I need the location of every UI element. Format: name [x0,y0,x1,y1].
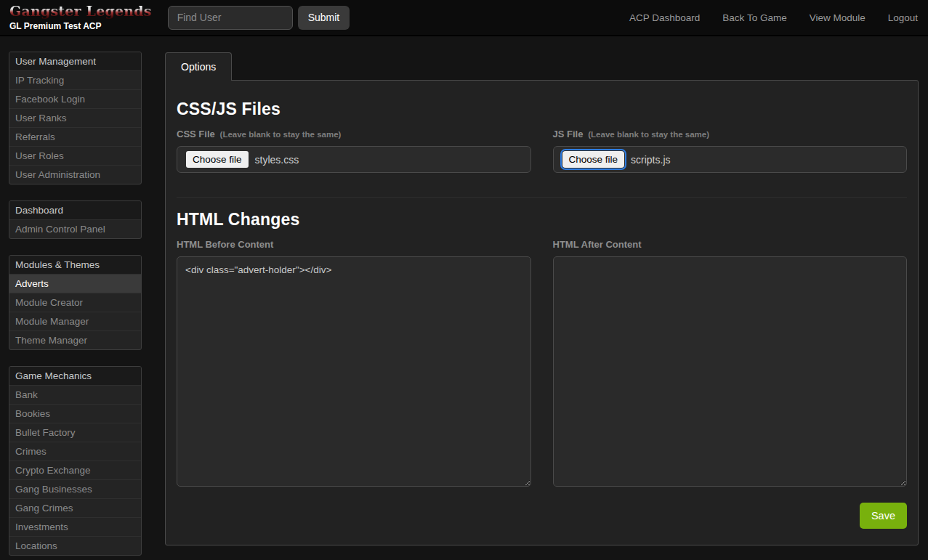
sidebar-item-bullet-factory[interactable]: Bullet Factory [9,423,141,442]
page-layout: User Management IP Tracking Facebook Log… [0,36,928,556]
sidebar-header-dashboard: Dashboard [9,201,141,220]
sidebar-group-modules-themes: Modules & Themes Adverts Module Creator … [9,255,142,350]
nav-logout[interactable]: Logout [888,12,918,23]
css-file-label: CSS File (Leave blank to stay the same) [177,129,531,139]
sidebar-item-admin-control-panel[interactable]: Admin Control Panel [9,220,141,238]
submit-button[interactable]: Submit [298,6,350,30]
section-divider [177,197,907,198]
top-bar: Gangster Legends GL Premium Test ACP Sub… [0,0,928,36]
sidebar-item-bookies[interactable]: Bookies [9,405,141,423]
sidebar-item-user-administration[interactable]: User Administration [9,166,141,184]
file-fields-row: CSS File (Leave blank to stay the same) … [177,129,907,173]
sidebar-header-game-mechanics: Game Mechanics [9,367,141,386]
html-before-textarea[interactable]: <div class="advert-holder"></div> [177,256,531,487]
save-row: Save [177,503,907,529]
css-file-input[interactable]: Choose file styles.css [177,146,531,173]
sidebar-item-ip-tracking[interactable]: IP Tracking [9,71,141,90]
css-filename: styles.css [255,154,299,166]
sidebar-group-user-management: User Management IP Tracking Facebook Log… [9,52,142,184]
main-content: Options CSS/JS Files CSS File (Leave bla… [165,52,919,545]
css-file-hint: (Leave blank to stay the same) [217,130,341,139]
sidebar-item-user-ranks[interactable]: User Ranks [9,109,141,128]
sidebar-item-gang-crimes[interactable]: Gang Crimes [9,499,141,518]
html-before-label: HTML Before Content [177,239,531,250]
sidebar-item-theme-manager[interactable]: Theme Manager [9,331,141,349]
sidebar-item-crypto-exchange[interactable]: Crypto Exchange [9,461,141,480]
sidebar: User Management IP Tracking Facebook Log… [9,52,142,556]
logo-subtitle: GL Premium Test ACP [9,21,152,31]
sidebar-header-modules-themes: Modules & Themes [9,256,141,275]
js-file-input[interactable]: Choose file scripts.js [553,146,908,173]
find-user-input[interactable] [168,6,293,30]
js-file-label: JS File (Leave blank to stay the same) [553,129,908,139]
sidebar-item-facebook-login[interactable]: Facebook Login [9,90,141,109]
html-after-column: HTML After Content [553,239,908,490]
sidebar-item-crimes[interactable]: Crimes [9,442,141,461]
js-file-hint: (Leave blank to stay the same) [586,130,709,139]
css-js-files-title: CSS/JS Files [177,100,907,119]
css-choose-file-button[interactable]: Choose file [186,151,249,169]
sidebar-item-module-creator[interactable]: Module Creator [9,293,141,312]
sidebar-item-user-roles[interactable]: User Roles [9,147,141,166]
sidebar-item-gang-businesses[interactable]: Gang Businesses [9,480,141,499]
sidebar-item-referrals[interactable]: Referrals [9,128,141,147]
nav-acp-dashboard[interactable]: ACP Dashboard [629,12,700,23]
sidebar-item-bank[interactable]: Bank [9,386,141,405]
html-after-label: HTML After Content [553,239,908,250]
sidebar-item-module-manager[interactable]: Module Manager [9,312,141,331]
nav-back-to-game[interactable]: Back To Game [722,12,786,23]
sidebar-header-user-management: User Management [9,52,141,71]
sidebar-item-locations[interactable]: Locations [9,537,141,555]
js-file-column: JS File (Leave blank to stay the same) C… [553,129,908,173]
sidebar-item-adverts[interactable]: Adverts [9,275,141,293]
logo-title: Gangster Legends [9,4,152,19]
html-before-column: HTML Before Content <div class="advert-h… [177,239,531,490]
logo[interactable]: Gangster Legends GL Premium Test ACP [9,4,152,31]
save-button[interactable]: Save [860,503,907,529]
top-navigation: ACP Dashboard Back To Game View Module L… [629,12,918,23]
js-choose-file-button[interactable]: Choose file [562,151,625,169]
sidebar-group-game-mechanics: Game Mechanics Bank Bookies Bullet Facto… [9,366,142,556]
sidebar-item-investments[interactable]: Investments [9,518,141,537]
html-fields-row: HTML Before Content <div class="advert-h… [177,239,907,490]
html-changes-title: HTML Changes [177,210,907,230]
css-file-column: CSS File (Leave blank to stay the same) … [177,129,531,173]
html-after-textarea[interactable] [553,256,908,487]
options-panel: CSS/JS Files CSS File (Leave blank to st… [165,80,919,545]
nav-view-module[interactable]: View Module [810,12,866,23]
js-filename: scripts.js [631,154,670,166]
tab-options[interactable]: Options [165,52,232,81]
sidebar-group-dashboard: Dashboard Admin Control Panel [9,200,142,239]
